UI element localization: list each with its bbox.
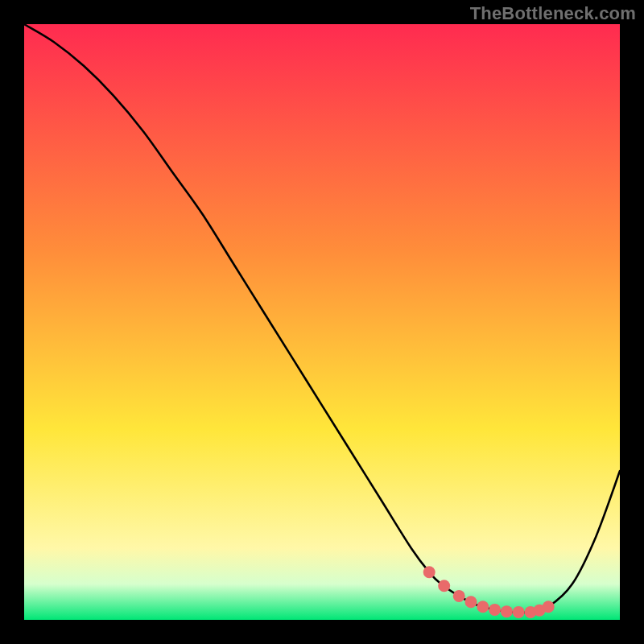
bottleneck-chart xyxy=(0,0,644,644)
plot-background xyxy=(24,24,620,620)
watermark-text: TheBottleneck.com xyxy=(470,3,636,24)
highlight-dot xyxy=(423,566,436,578)
highlight-dot xyxy=(465,596,477,608)
chart-container: { "watermark": "TheBottleneck.com", "col… xyxy=(0,0,644,644)
highlight-dot xyxy=(477,601,489,613)
highlight-dot xyxy=(543,601,555,613)
highlight-dot xyxy=(513,606,525,618)
highlight-dot xyxy=(501,605,513,617)
highlight-dot xyxy=(489,604,501,616)
highlight-dot xyxy=(438,580,450,592)
highlight-dot xyxy=(453,590,465,602)
